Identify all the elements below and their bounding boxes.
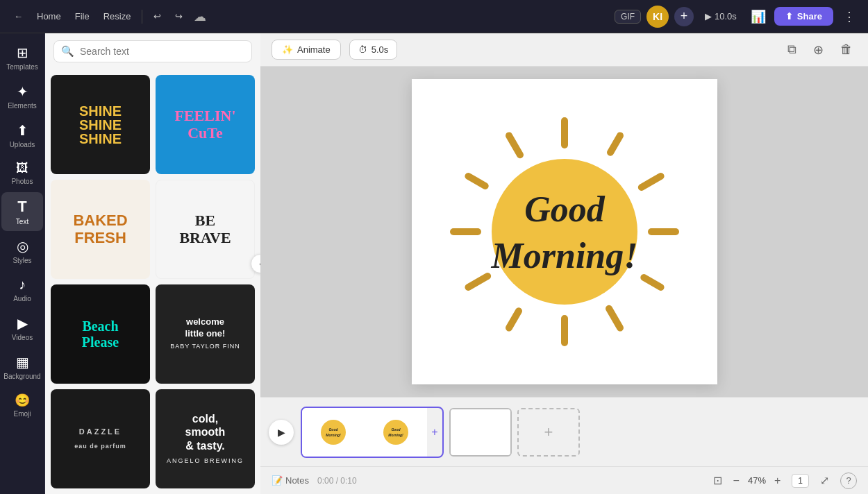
avatar[interactable]: KI [646, 6, 669, 28]
svg-point-12 [492, 159, 637, 305]
timeline-area: ▶ Good Morning! [260, 397, 868, 466]
share-button[interactable]: ⬆ Share [774, 7, 833, 26]
slide-thumb-empty[interactable] [449, 408, 512, 457]
resize-button[interactable]: Resize [98, 8, 137, 24]
sidebar-item-styles[interactable]: ◎ Styles [1, 232, 43, 270]
add-collaborator-button[interactable]: + [674, 7, 694, 26]
timer-display: 10.0s [715, 11, 737, 22]
sidebar-item-elements[interactable]: ✦ Elements [1, 78, 43, 115]
sidebar-item-templates[interactable]: ⊞ Templates [1, 39, 43, 76]
zoom-fit-button[interactable]: ⊡ [710, 472, 725, 488]
notes-bar: 📝 Notes 0:00 / 0:10 ⊡ − 47% + 1 ⤢ ? [260, 466, 868, 494]
notes-button[interactable]: 📝 Notes [272, 475, 309, 486]
styles-icon: ◎ [17, 238, 28, 255]
timeline-slides: Good Morning! Go [301, 407, 860, 458]
svg-text:Morning!: Morning! [326, 433, 341, 437]
zoom-controls: ⊡ − 47% + [710, 472, 784, 488]
search-input[interactable] [80, 46, 244, 57]
emoji-icon: 😊 [15, 393, 30, 408]
undo-button[interactable]: ↩ [148, 8, 167, 24]
new-tab-button[interactable]: ⧉ [783, 40, 801, 60]
svg-rect-11 [504, 131, 525, 160]
canvas-frame[interactable]: Good Morning! [412, 79, 717, 384]
svg-point-16 [321, 420, 346, 445]
template-card-beach[interactable]: BeachPlease [51, 284, 150, 384]
text-panel: 🔍 SHINESHINESHINE FEELIN'CuTe BAKEDFRESH… [45, 33, 260, 494]
home-button[interactable]: Home [31, 8, 67, 24]
templates-grid: SHINESHINESHINE FEELIN'CuTe BAKEDFRESH B… [45, 69, 260, 494]
svg-text:Morning!: Morning! [490, 236, 637, 275]
sidebar-item-videos[interactable]: ▶ Videos [1, 309, 43, 347]
template-card-shine[interactable]: SHINESHINESHINE [51, 75, 150, 174]
svg-rect-8 [463, 271, 492, 292]
timer-display: ⏱ 5.0s [349, 40, 398, 60]
templates-icon: ⊞ [17, 44, 28, 61]
add-to-group-button[interactable]: + [427, 408, 442, 457]
svg-rect-6 [561, 315, 568, 346]
main-layout: ⊞ Templates ✦ Elements ⬆ Uploads 🖼 Photo… [0, 33, 868, 494]
slide-thumb-1-inner: Good Morning! [302, 408, 365, 457]
page-number: 1 [792, 474, 809, 488]
canvas-toolbar: ✨ Animate ⏱ 5.0s ⧉ ⊕ 🗑 [260, 33, 868, 67]
zoom-in-button[interactable]: + [771, 473, 783, 488]
search-icon: 🔍 [61, 45, 74, 58]
play-timeline-button[interactable]: ▶ [269, 420, 294, 445]
slide-thumb-1[interactable]: Good Morning! [302, 408, 365, 457]
slide-group-active: Good Morning! Go [301, 407, 444, 458]
cloud-icon: ☁ [194, 9, 206, 24]
animate-button[interactable]: ✨ Animate [272, 40, 341, 60]
sidebar: ⊞ Templates ✦ Elements ⬆ Uploads 🖼 Photo… [0, 33, 45, 494]
svg-rect-2 [637, 171, 665, 192]
canvas-illustration: Good Morning! [412, 79, 717, 384]
videos-icon: ▶ [17, 315, 28, 332]
add-slide-button[interactable]: + [517, 408, 580, 457]
notes-icon: 📝 [272, 475, 283, 486]
template-card-dazzle[interactable]: DAZZLEeau de parfum [51, 389, 150, 488]
svg-rect-5 [604, 304, 625, 332]
svg-text:Good: Good [524, 189, 606, 229]
sidebar-item-uploads[interactable]: ⬆ Uploads [1, 117, 43, 154]
time-display: 0:00 / 0:10 [317, 476, 357, 486]
text-icon: T [17, 198, 26, 216]
nav-buttons: ← Home File Resize ↩ ↪ ☁ [8, 8, 209, 24]
sidebar-item-emoji[interactable]: 😊 Emoji [1, 387, 43, 423]
present-chart-button[interactable]: 📊 [748, 6, 769, 27]
sidebar-item-background[interactable]: ▦ Background [1, 348, 43, 386]
play-icon: ▶ [705, 11, 712, 22]
back-button[interactable]: ← [8, 8, 28, 24]
slide-thumb-empty-inner [451, 409, 510, 455]
template-card-baked[interactable]: BAKEDFRESH [51, 180, 150, 279]
redo-button[interactable]: ↪ [169, 8, 188, 24]
sidebar-item-audio[interactable]: ♪ Audio [1, 271, 43, 308]
template-card-welcome[interactable]: welcomelittle one!BABY TAYLOR FINN [156, 284, 255, 384]
sidebar-item-text[interactable]: T Text [1, 192, 43, 231]
file-button[interactable]: File [69, 8, 95, 24]
duplicate-button[interactable]: ⊕ [809, 40, 828, 60]
gif-button[interactable]: GIF [615, 10, 641, 24]
clock-icon: ⏱ [358, 44, 367, 55]
slide-thumb-2[interactable]: Good Morning! [365, 408, 427, 457]
uploads-icon: ⬆ [17, 122, 28, 139]
svg-text:Good: Good [328, 427, 338, 432]
sidebar-item-photos[interactable]: 🖼 Photos [1, 155, 43, 191]
svg-rect-7 [504, 306, 524, 332]
template-card-brave[interactable]: BEBRAVE [156, 180, 255, 279]
fullscreen-button[interactable]: ⤢ [817, 472, 832, 488]
play-presentation-button[interactable]: ▶ 10.0s [699, 8, 742, 24]
topbar: ← Home File Resize ↩ ↪ ☁ GIF KI + ▶ 10.0… [0, 0, 868, 33]
svg-text:Morning!: Morning! [388, 433, 403, 437]
zoom-out-button[interactable]: − [731, 473, 742, 488]
svg-rect-10 [463, 171, 490, 191]
zoom-level: 47% [748, 475, 766, 486]
background-icon: ▦ [16, 354, 29, 370]
topbar-right: GIF KI + ▶ 10.0s 📊 ⬆ Share ⋮ [615, 6, 860, 28]
share-icon: ⬆ [785, 11, 793, 22]
template-card-feelin[interactable]: FEELIN'CuTe [156, 75, 255, 174]
svg-rect-9 [450, 228, 481, 235]
search-input-wrap: 🔍 [53, 40, 252, 62]
more-options-button[interactable]: ⋮ [839, 6, 860, 27]
help-button[interactable]: ? [840, 472, 857, 489]
template-card-cold[interactable]: cold,smooth& tasty.ANGELO BREWING [156, 389, 255, 488]
slide-thumb-2-inner: Good Morning! [365, 408, 427, 457]
delete-button[interactable]: 🗑 [836, 40, 857, 60]
